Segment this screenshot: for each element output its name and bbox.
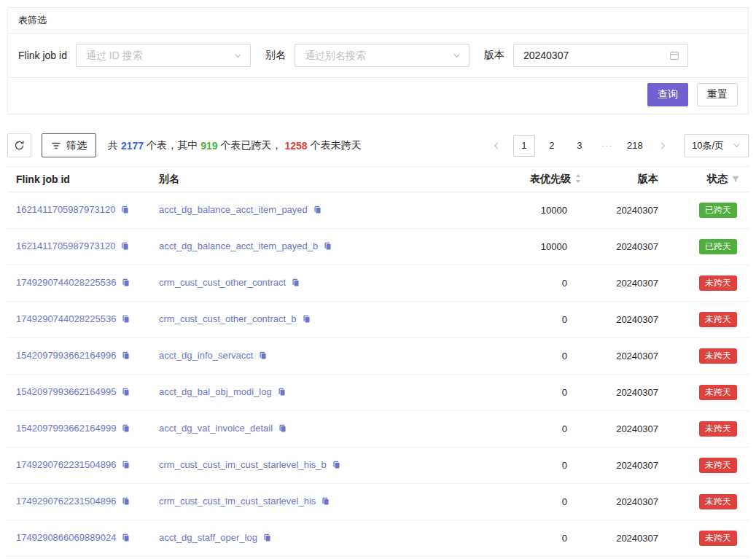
flink-job-id-link[interactable]: 1749290866069889024 xyxy=(16,532,116,543)
flink-job-id-link[interactable]: 1542097993662164999 xyxy=(16,423,116,434)
flink-job-id-select[interactable] xyxy=(76,44,251,67)
status-badge: 未跨天 xyxy=(699,348,737,364)
col-status[interactable]: 状态 xyxy=(667,167,749,192)
copy-icon[interactable] xyxy=(121,314,130,326)
page-button-3[interactable]: 3 xyxy=(569,135,591,157)
refresh-button[interactable] xyxy=(7,133,31,157)
page-size-value: 10条/页 xyxy=(692,139,724,152)
priority-value: 0 xyxy=(481,265,591,302)
prev-page-button[interactable] xyxy=(486,135,507,157)
flink-job-id-link[interactable]: 1749290762231504896 xyxy=(16,459,116,470)
sort-icon[interactable] xyxy=(574,173,582,186)
copy-icon[interactable] xyxy=(332,460,341,472)
flink-job-id-link[interactable]: 1749290744028225536 xyxy=(16,277,116,288)
page-size-select[interactable]: 10条/页 xyxy=(684,134,749,157)
flink-job-id-link[interactable]: 1542097993662164995 xyxy=(16,386,116,397)
table-row: 1749290762231504896 crm_cust_cust_im_cus… xyxy=(7,484,749,520)
copy-icon[interactable] xyxy=(121,460,130,472)
table-row: 1621411705987973120 acct_dg_balance_acct… xyxy=(7,192,749,229)
flink-job-id-field: Flink job id xyxy=(18,44,251,67)
copy-icon[interactable] xyxy=(278,423,287,435)
chevron-down-icon xyxy=(733,141,741,149)
version-value: 20240307 xyxy=(591,192,667,229)
page-ellipsis[interactable]: ··· xyxy=(596,135,618,157)
copy-icon[interactable] xyxy=(121,278,130,289)
table-row: 1542097993662164999 acct_dg_vat_invoice_… xyxy=(7,411,749,447)
status-badge: 未跨天 xyxy=(699,421,737,437)
col-alias: 别名 xyxy=(150,167,481,192)
version-date-picker[interactable] xyxy=(513,44,688,67)
version-label: 版本 xyxy=(484,49,504,62)
copy-icon[interactable] xyxy=(302,314,311,326)
table-row: 1749290866069889024 acct_dg_staff_oper_l… xyxy=(7,520,749,557)
alias-link[interactable]: crm_cust_cust_other_contract xyxy=(159,277,286,288)
alias-link[interactable]: crm_cust_cust_other_contract_b xyxy=(159,313,297,324)
priority-value: 0 xyxy=(481,411,591,447)
alias-link[interactable]: acct_dg_balance_acct_item_payed xyxy=(159,204,308,215)
table-row: 1749290744028225536 crm_cust_cust_other_… xyxy=(7,265,749,302)
page-button-2[interactable]: 2 xyxy=(541,135,563,157)
copy-icon[interactable] xyxy=(258,351,268,362)
funnel-filter-icon[interactable] xyxy=(731,174,740,186)
flink-job-id-link[interactable]: 1749290762231504896 xyxy=(16,496,116,507)
status-badge: 未跨天 xyxy=(699,385,737,400)
alias-link[interactable]: acct_dg_bal_obj_modi_log xyxy=(159,386,272,397)
col-priority[interactable]: 表优先级 xyxy=(481,167,591,192)
copy-icon[interactable] xyxy=(323,241,332,253)
version-input[interactable] xyxy=(522,49,663,62)
status-badge: 未跨天 xyxy=(699,458,737,473)
summary-part: 个表，其中 xyxy=(147,139,198,152)
table-row: 1542097993662164996 acct_dg_info_servacc… xyxy=(7,338,749,375)
copy-icon[interactable] xyxy=(121,351,130,362)
flink-job-id-link[interactable]: 1542097993662164996 xyxy=(16,350,116,361)
alias-link[interactable]: acct_dg_info_servacct xyxy=(159,350,253,361)
copy-icon[interactable] xyxy=(262,533,272,544)
alias-input[interactable] xyxy=(303,49,447,62)
pagination-top: 1 2 3 ··· 218 xyxy=(486,135,674,157)
copy-icon[interactable] xyxy=(291,278,300,289)
alias-link[interactable]: acct_dg_balance_acct_item_payed_b xyxy=(159,241,318,251)
page-button-1[interactable]: 1 xyxy=(513,135,535,157)
filter-actions-row: 查询 重置 xyxy=(8,78,748,114)
version-value: 20240307 xyxy=(591,302,667,338)
tables-table: Flink job id 别名 表优先级 版本 状态 1621411705987… xyxy=(7,166,749,557)
priority-value: 0 xyxy=(481,484,591,520)
copy-icon[interactable] xyxy=(121,496,130,508)
page-button-last[interactable]: 218 xyxy=(624,135,646,157)
filter-button[interactable]: 筛选 xyxy=(42,133,96,157)
flink-job-id-input[interactable] xyxy=(85,49,228,62)
filter-fields-row: Flink job id 别名 版本 xyxy=(8,34,748,78)
priority-value: 0 xyxy=(481,375,591,411)
alias-link[interactable]: crm_cust_cust_im_cust_starlevel_his xyxy=(159,496,316,507)
table-row: 1749290744028225536 crm_cust_cust_other_… xyxy=(7,302,749,338)
alias-link[interactable]: acct_dg_vat_invoice_detail xyxy=(159,423,273,434)
table-row: 1749290762231504896 crm_cust_cust_im_cus… xyxy=(7,447,749,484)
filter-panel-title: 表筛选 xyxy=(8,8,748,34)
flink-job-id-label: Flink job id xyxy=(18,50,67,61)
alias-link[interactable]: acct_dg_staff_oper_log xyxy=(159,532,257,543)
version-value: 20240307 xyxy=(591,520,667,557)
reset-button[interactable]: 重置 xyxy=(697,83,738,106)
copy-icon[interactable] xyxy=(121,387,130,399)
copy-icon[interactable] xyxy=(313,205,322,216)
status-badge: 未跨天 xyxy=(699,275,737,291)
alias-link[interactable]: crm_cust_cust_im_cust_starlevel_his_b xyxy=(159,459,327,470)
copy-icon[interactable] xyxy=(121,533,130,544)
copy-icon[interactable] xyxy=(120,205,130,216)
col-version: 版本 xyxy=(591,167,667,192)
query-button[interactable]: 查询 xyxy=(647,83,688,106)
copy-icon[interactable] xyxy=(277,387,287,399)
flink-job-id-link[interactable]: 1621411705987973120 xyxy=(16,204,115,215)
copy-icon[interactable] xyxy=(121,423,130,435)
filter-button-label: 筛选 xyxy=(66,139,87,152)
col-flink-job-id: Flink job id xyxy=(7,167,150,192)
copy-icon[interactable] xyxy=(321,496,330,508)
copy-icon[interactable] xyxy=(120,241,130,253)
chevron-down-icon xyxy=(453,52,461,60)
next-page-button[interactable] xyxy=(652,135,674,157)
alias-field: 别名 xyxy=(265,44,469,67)
flink-job-id-link[interactable]: 1621411705987973120 xyxy=(16,241,115,251)
priority-value: 0 xyxy=(481,520,591,557)
flink-job-id-link[interactable]: 1749290744028225536 xyxy=(16,313,116,324)
alias-select[interactable] xyxy=(295,44,469,67)
